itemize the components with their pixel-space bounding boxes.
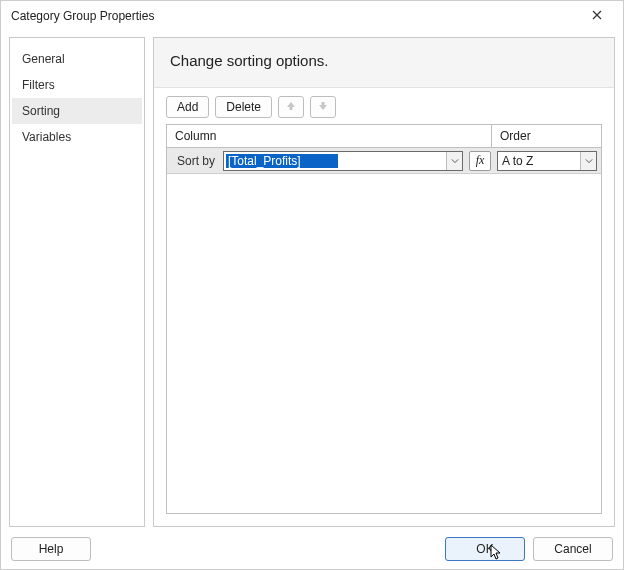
button-label: OK xyxy=(476,542,493,556)
dialog-footer: Help OK Cancel xyxy=(1,531,623,569)
column-combo[interactable]: [Total_Profits] xyxy=(223,151,463,171)
sidebar-item-variables[interactable]: Variables xyxy=(12,124,142,150)
window-title: Category Group Properties xyxy=(11,9,579,23)
button-label: Help xyxy=(39,542,64,556)
sidebar-item-label: Variables xyxy=(22,130,71,144)
move-down-button[interactable] xyxy=(310,96,336,118)
order-combo[interactable]: A to Z xyxy=(497,151,597,171)
combo-caret[interactable] xyxy=(580,152,596,170)
sidebar-item-sorting[interactable]: Sorting xyxy=(12,98,142,124)
arrow-up-icon xyxy=(286,100,296,114)
arrow-down-icon xyxy=(318,100,328,114)
button-label: Cancel xyxy=(554,542,591,556)
sort-toolbar: Add Delete xyxy=(154,88,614,124)
fx-icon: fx xyxy=(476,153,485,168)
delete-button[interactable]: Delete xyxy=(215,96,272,118)
close-icon xyxy=(592,9,602,23)
cancel-button[interactable]: Cancel xyxy=(533,537,613,561)
grid-header: Column Order xyxy=(167,125,601,148)
combo-value: [Total_Profits] xyxy=(226,154,338,168)
sort-grid: Column Order Sort by [Total_Profits] xyxy=(166,124,602,514)
move-up-button[interactable] xyxy=(278,96,304,118)
sidebar-item-label: Filters xyxy=(22,78,55,92)
page-heading: Change sorting options. xyxy=(154,38,614,88)
sidebar-item-label: General xyxy=(22,52,65,66)
dialog-window: Category Group Properties General Filter… xyxy=(0,0,624,570)
dialog-body: General Filters Sorting Variables Change… xyxy=(1,31,623,531)
add-button[interactable]: Add xyxy=(166,96,209,118)
chevron-down-icon xyxy=(451,154,459,168)
expression-button[interactable]: fx xyxy=(469,151,491,171)
combo-caret[interactable] xyxy=(446,152,462,170)
sidebar-item-label: Sorting xyxy=(22,104,60,118)
help-button[interactable]: Help xyxy=(11,537,91,561)
main-panel: Change sorting options. Add Delete xyxy=(153,37,615,527)
col-header-order: Order xyxy=(491,125,601,147)
ok-button[interactable]: OK xyxy=(445,537,525,561)
grid-body: Sort by [Total_Profits] fx xyxy=(167,148,601,513)
close-button[interactable] xyxy=(579,2,615,30)
titlebar: Category Group Properties xyxy=(1,1,623,31)
grid-row: Sort by [Total_Profits] fx xyxy=(167,148,601,174)
sidebar: General Filters Sorting Variables xyxy=(9,37,145,527)
col-header-column: Column xyxy=(167,125,491,147)
button-label: Add xyxy=(177,100,198,114)
combo-value: A to Z xyxy=(498,154,580,168)
button-label: Delete xyxy=(226,100,261,114)
row-label: Sort by xyxy=(167,154,223,168)
sidebar-item-filters[interactable]: Filters xyxy=(12,72,142,98)
chevron-down-icon xyxy=(585,154,593,168)
sidebar-item-general[interactable]: General xyxy=(12,46,142,72)
